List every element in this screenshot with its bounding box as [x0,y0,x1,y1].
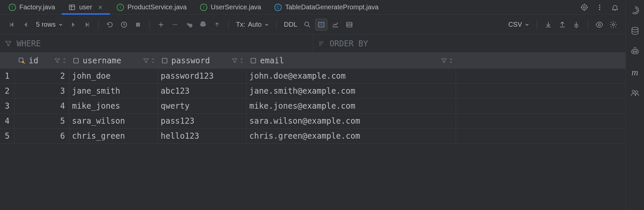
preview-changes-icon[interactable] [197,19,209,31]
separator [98,20,99,30]
more-vertical-icon[interactable] [595,3,604,12]
tab-productservice[interactable]: I ProductService.java [110,0,193,14]
target-icon[interactable] [580,3,589,12]
row-number[interactable]: 5 [0,129,15,143]
row-number[interactable]: 3 [0,99,15,113]
table-row[interactable]: 1 2 john_doe password123 john.doe@exampl… [0,69,625,84]
table-row[interactable]: 5 6 chris_green hello123 chris.green@exa… [0,129,625,144]
chevron-down-icon [58,22,63,27]
download-icon[interactable] [542,19,554,31]
search-icon[interactable] [301,19,313,31]
export-format-label: CSV [508,21,522,28]
rows-dropdown[interactable]: 5 rows [34,19,65,31]
column-header-id[interactable]: id [15,53,69,68]
separator [276,20,277,30]
refresh-icon[interactable] [104,19,116,31]
tx-mode: Auto [248,21,262,28]
cell-id[interactable]: 6 [15,129,69,143]
column-icon [250,57,257,64]
sort-icon[interactable] [62,58,66,64]
close-icon[interactable] [97,4,103,10]
database-icon[interactable] [629,25,641,37]
tx-mode-dropdown[interactable]: Tx: Auto [234,19,271,31]
cell-username[interactable]: chris_green [69,129,158,143]
cell-email[interactable]: sara.wilson@example.com [247,114,456,128]
column-header-username[interactable]: username [69,53,158,68]
cell-password[interactable]: hello123 [158,129,247,143]
tx-prefix: Tx: [236,21,245,28]
cell-username[interactable]: sara_wilson [69,114,158,128]
cell-password[interactable]: abc123 [158,84,247,98]
history-icon[interactable] [118,19,130,31]
tab-tabledataprompt[interactable]: C TableDataGeneratePrompt.java [268,0,385,14]
filter-icon[interactable] [143,58,149,64]
cell-email[interactable]: john.doe@example.com [247,69,456,83]
eye-icon[interactable] [593,19,605,31]
cell-id[interactable]: 2 [15,69,69,83]
sort-icon[interactable] [449,58,453,64]
last-page-icon[interactable] [81,19,93,31]
filter-icon[interactable] [441,58,447,64]
filter-icon[interactable] [232,58,238,64]
row-number[interactable]: 4 [0,114,15,128]
svg-rect-21 [136,23,140,27]
cell-email[interactable]: chris.green@example.com [247,129,456,143]
first-page-icon[interactable] [6,19,18,31]
where-filter[interactable]: WHERE [0,35,313,52]
svg-point-38 [635,51,637,53]
column-name: password [171,56,210,65]
export-format-dropdown[interactable]: CSV [506,19,531,31]
table-row[interactable]: 2 3 jane_smith abc123 jane.smith@example… [0,84,625,99]
tab-user[interactable]: user [62,0,110,14]
orderby-filter[interactable]: ORDER BY [313,35,626,52]
cell-username[interactable]: john_doe [69,69,158,83]
stop-icon [132,19,144,31]
bell-icon[interactable] [611,3,619,12]
table-row[interactable]: 4 5 sara_wilson pass123 sara.wilson@exam… [0,114,625,129]
data-toolbar: 5 rows [0,15,625,35]
next-page-icon[interactable] [67,19,79,31]
cell-username[interactable]: mike_jones [69,99,158,113]
gutter-header[interactable] [0,53,15,68]
import-icon[interactable] [570,19,582,31]
copilot-icon[interactable] [629,46,641,57]
view-options-icon[interactable] [343,19,355,31]
commit-icon[interactable] [211,19,223,31]
tab-factory[interactable]: I Factory.java [2,0,62,14]
remove-row-icon[interactable] [169,19,181,31]
gear-icon[interactable] [607,19,619,31]
upload-icon[interactable] [556,19,568,31]
sort-icon[interactable] [240,58,244,64]
cell-id[interactable]: 4 [15,99,69,113]
cell-password[interactable]: pass123 [158,114,247,128]
collaborate-icon[interactable] [629,87,641,99]
filter-icon [5,40,12,47]
filter-toggle-icon[interactable] [315,19,327,31]
cell-id[interactable]: 5 [15,114,69,128]
right-tool-strip: m [625,0,644,210]
cell-password[interactable]: password123 [158,69,247,83]
revert-icon[interactable] [183,19,195,31]
add-row-icon[interactable] [155,19,167,31]
cell-id[interactable]: 3 [15,84,69,98]
ddl-button[interactable]: DDL [282,19,299,31]
cell-email[interactable]: jane.smith@example.com [247,84,456,98]
maven-icon[interactable]: m [629,67,641,78]
cell-password[interactable]: qwerty [158,99,247,113]
tab-label: ProductService.java [127,3,187,11]
tab-userservice[interactable]: I UserService.java [193,0,268,14]
row-number[interactable]: 2 [0,84,15,98]
prev-page-icon[interactable] [20,19,32,31]
chevron-down-icon [264,22,269,27]
row-number[interactable]: 1 [0,69,15,83]
sort-icon[interactable] [151,58,155,64]
cell-email[interactable]: mike.jones@example.com [247,99,456,113]
filter-icon[interactable] [54,58,60,64]
cell-username[interactable]: jane_smith [69,84,158,98]
java-class-icon: I [117,4,124,11]
ai-assistant-icon[interactable] [629,5,641,16]
table-row[interactable]: 3 4 mike_jones qwerty mike.jones@example… [0,99,625,114]
column-header-email[interactable]: email [247,53,456,68]
column-header-password[interactable]: password [158,53,247,68]
chart-icon[interactable] [329,19,341,31]
